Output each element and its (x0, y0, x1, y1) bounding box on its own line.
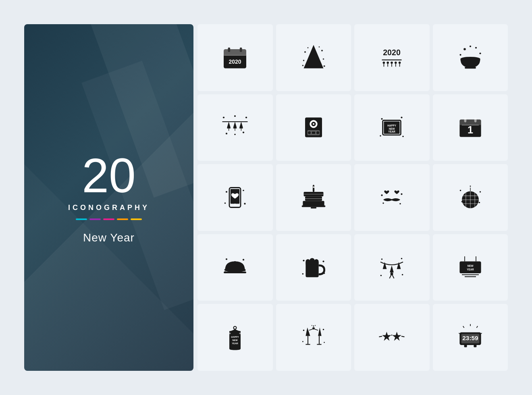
svg-point-144 (239, 333, 241, 334)
color-bar-5 (131, 218, 142, 220)
svg-point-114 (302, 273, 303, 274)
icon-count: 20 (82, 151, 135, 200)
bowl-icon (433, 24, 508, 91)
svg-point-46 (243, 132, 244, 133)
disco-ball-icon (433, 164, 508, 231)
svg-point-130 (402, 274, 403, 275)
svg-point-71 (226, 191, 227, 193)
speaker-icon (276, 94, 351, 161)
collection-title: New Year (83, 231, 135, 244)
svg-rect-87 (311, 207, 316, 209)
svg-marker-123 (390, 265, 394, 272)
svg-point-19 (387, 62, 389, 64)
svg-rect-111 (224, 271, 246, 273)
svg-line-154 (309, 329, 313, 331)
svg-point-113 (322, 260, 324, 262)
party-hat-icon (276, 24, 351, 91)
svg-text:NEW: NEW (233, 339, 238, 341)
2020-display-icon: 2020 (354, 24, 430, 91)
svg-point-88 (381, 194, 383, 196)
svg-text:2020: 2020 (383, 48, 401, 57)
svg-point-143 (229, 333, 231, 334)
svg-point-51 (313, 123, 314, 125)
food-tray-icon (197, 234, 273, 301)
svg-point-47 (235, 134, 236, 135)
svg-rect-34 (465, 67, 476, 69)
svg-point-57 (401, 117, 403, 118)
mobile-heart-icon (197, 164, 273, 231)
svg-rect-67 (464, 118, 466, 123)
svg-point-11 (323, 58, 324, 60)
cake-icon (276, 164, 351, 231)
svg-marker-159 (382, 332, 391, 341)
svg-marker-160 (393, 332, 401, 341)
svg-point-95 (478, 202, 480, 204)
svg-point-157 (312, 325, 312, 326)
color-bar-3 (103, 218, 114, 220)
svg-rect-172 (464, 345, 467, 347)
category-label: ICONOGRAPHY (68, 204, 150, 212)
svg-text:YEAR: YEAR (389, 131, 396, 133)
svg-point-128 (381, 258, 383, 260)
svg-text:YEAR: YEAR (232, 342, 238, 345)
svg-point-8 (304, 51, 306, 53)
svg-point-20 (391, 62, 393, 64)
svg-point-139 (234, 326, 237, 329)
new-year-sign-icon: NEW YEAR (433, 234, 508, 301)
svg-point-112 (303, 260, 304, 261)
svg-point-127 (391, 272, 393, 275)
color-bar-2 (89, 218, 101, 220)
beer-mug-icon (276, 234, 351, 301)
svg-rect-3 (240, 48, 242, 52)
svg-text:YEAR: YEAR (467, 268, 474, 271)
svg-text:2020: 2020 (229, 58, 241, 65)
svg-rect-68 (474, 118, 477, 123)
svg-point-129 (401, 258, 403, 259)
svg-text:HAPPY: HAPPY (231, 336, 239, 339)
bunting-icon (354, 234, 430, 301)
svg-rect-121 (305, 262, 318, 264)
color-bar-4 (117, 218, 128, 220)
svg-point-90 (383, 202, 384, 204)
svg-point-14 (323, 65, 325, 67)
happy-new-year-bag-icon: HAPPY NEW YEAR (197, 304, 273, 371)
svg-point-92 (460, 190, 461, 191)
svg-rect-41 (233, 127, 237, 129)
svg-point-45 (226, 133, 227, 135)
svg-rect-86 (301, 206, 325, 207)
svg-point-12 (307, 47, 308, 48)
champagne-glasses-icon (276, 304, 351, 371)
svg-point-148 (324, 342, 325, 343)
svg-point-158 (315, 325, 316, 326)
svg-line-155 (314, 329, 318, 331)
svg-point-33 (460, 57, 480, 61)
svg-line-167 (463, 326, 464, 328)
clock-2359-icon: 23:59 (433, 304, 508, 371)
calendar-2020-icon: 2020 (197, 24, 273, 91)
svg-point-56 (381, 118, 383, 120)
calendar-1-icon: 1 (433, 94, 508, 161)
svg-text:NEW: NEW (467, 264, 473, 267)
svg-text:1: 1 (468, 125, 473, 136)
svg-text:NEW: NEW (389, 127, 395, 130)
main-container: 20 ICONOGRAPHY New Year 2020 (24, 24, 508, 371)
svg-point-30 (479, 52, 481, 54)
svg-point-73 (224, 202, 226, 204)
svg-point-105 (226, 258, 227, 260)
svg-point-32 (470, 46, 471, 47)
left-panel: 20 ICONOGRAPHY New Year (24, 24, 193, 371)
mustache-hearts-icon (354, 164, 430, 231)
svg-point-93 (480, 191, 481, 193)
svg-point-36 (223, 117, 224, 118)
star-glasses-icon (354, 304, 430, 371)
svg-point-9 (321, 50, 323, 51)
svg-point-131 (380, 274, 382, 276)
svg-line-162 (379, 336, 382, 337)
svg-point-58 (380, 135, 382, 137)
svg-point-110 (224, 268, 246, 272)
svg-point-21 (395, 62, 397, 64)
svg-rect-55 (312, 132, 315, 134)
svg-text:23:59: 23:59 (462, 335, 478, 341)
svg-point-106 (243, 259, 244, 260)
svg-point-145 (303, 330, 305, 331)
